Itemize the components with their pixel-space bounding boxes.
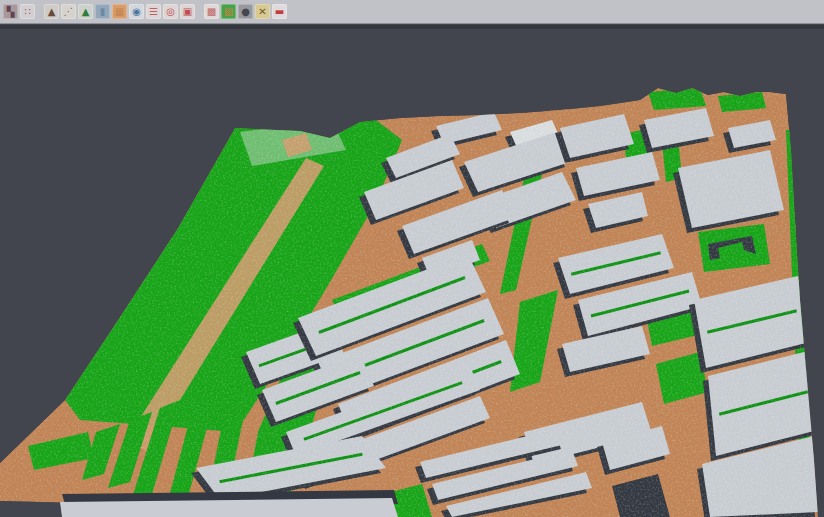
checker-select-icon[interactable]: ▩ bbox=[204, 4, 219, 19]
measure-tools-icon[interactable]: ✕ bbox=[255, 4, 270, 19]
profile-view-icon[interactable]: ▮ bbox=[95, 4, 110, 19]
ortho-image-icon[interactable]: ▦ bbox=[112, 4, 127, 19]
app-window: ▚∷▲⋰▲▮▦◉☰◎▣▩▧●✕▬ bbox=[0, 0, 824, 517]
point-noise-green bbox=[0, 29, 824, 517]
target-circle-icon[interactable]: ◎ bbox=[163, 4, 178, 19]
points-subset-icon[interactable]: ⋰ bbox=[61, 4, 76, 19]
scene-overlay bbox=[60, 490, 398, 517]
crop-box-icon[interactable]: ▣ bbox=[180, 4, 195, 19]
globe-icon[interactable]: ◉ bbox=[129, 4, 144, 19]
classification-map-icon[interactable]: ▧ bbox=[221, 4, 236, 19]
open-file-icon[interactable]: ▚ bbox=[3, 4, 18, 19]
3d-viewport[interactable] bbox=[0, 29, 824, 517]
mesh-sphere-icon[interactable]: ● bbox=[238, 4, 253, 19]
attribute-table-icon[interactable]: ☰ bbox=[146, 4, 161, 19]
report-flag-icon[interactable]: ▬ bbox=[272, 4, 287, 19]
toolbar: ▚∷▲⋰▲▮▦◉☰◎▣▩▧●✕▬ bbox=[0, 0, 824, 24]
terrain-brown-icon[interactable]: ▲ bbox=[44, 4, 59, 19]
terrain-green-icon[interactable]: ▲ bbox=[78, 4, 93, 19]
scatter-points-icon[interactable]: ∷ bbox=[20, 4, 35, 19]
scene-svg bbox=[0, 29, 824, 517]
